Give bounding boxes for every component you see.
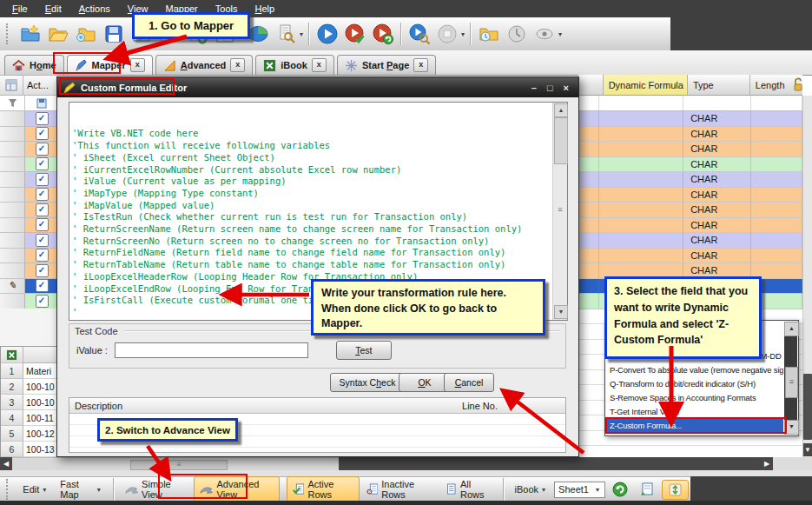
type-cell[interactable]: CHAR <box>683 127 751 143</box>
active-checkbox[interactable]: ✓ <box>36 218 49 231</box>
excel-row-number[interactable]: 5 <box>1 426 23 442</box>
type-cell[interactable]: CHAR <box>683 249 751 264</box>
length-cell[interactable] <box>751 127 802 143</box>
row-header-cell[interactable]: ✎ <box>0 279 25 295</box>
edit-menu-button[interactable]: Edit▾ <box>17 482 53 496</box>
grid-row[interactable]: ✓ <box>0 203 58 218</box>
active-checkbox[interactable]: ✓ <box>36 279 49 292</box>
dynamic-formula-cell[interactable] <box>599 203 683 218</box>
excel-row[interactable]: 1 Materi <box>1 363 63 379</box>
excel-row[interactable]: 5 100-12 <box>1 426 63 442</box>
minimize-icon[interactable]: – <box>531 83 537 93</box>
stop-caret-icon[interactable]: ▾ <box>461 30 465 38</box>
excel-row[interactable]: 4 100-11 <box>1 410 63 426</box>
grid-row[interactable]: ✓ <box>0 127 58 143</box>
column-header-partial[interactable] <box>578 75 604 96</box>
save-icon[interactable] <box>100 20 128 48</box>
table-filter-row[interactable] <box>578 96 802 111</box>
length-cell[interactable] <box>751 142 802 157</box>
dynamic-formula-cell[interactable] <box>599 127 683 143</box>
tab-mapper[interactable]: Mapper x <box>67 55 153 75</box>
dropdown-scrollbar[interactable]: ▲ ≡ ▼ <box>784 322 797 435</box>
code-vertical-scrollbar[interactable]: ▲ ≡ ▼ <box>552 103 567 320</box>
ibook-menu-button[interactable]: iBook▾ <box>510 482 553 496</box>
row-header-cell[interactable] <box>0 157 25 173</box>
type-cell[interactable]: CHAR <box>683 142 751 157</box>
table-row[interactable]: CHAR <box>578 203 802 218</box>
active-cell[interactable]: ✓ <box>25 279 58 295</box>
excel-row[interactable]: 2 100-10 <box>1 379 63 395</box>
active-checkbox[interactable]: ✓ <box>36 157 49 170</box>
row-header-cell[interactable] <box>0 111 25 127</box>
row-header-cell[interactable] <box>0 188 25 203</box>
active-cell[interactable]: ✓ <box>25 249 58 264</box>
run-icon[interactable] <box>314 20 341 48</box>
grid-row[interactable]: ✓ <box>0 142 58 157</box>
active-checkbox[interactable]: ✓ <box>36 173 49 186</box>
document-search-icon[interactable] <box>272 20 300 48</box>
excel-row[interactable]: 3 100-10 <box>1 395 63 410</box>
excel-corner-header[interactable] <box>1 347 23 363</box>
menu-item[interactable]: Help <box>246 1 283 17</box>
export-window-button[interactable] <box>635 481 660 499</box>
active-cell[interactable]: ✓ <box>25 294 58 309</box>
excel-row-number[interactable]: 2 <box>1 379 23 395</box>
excel-row-number[interactable]: 1 <box>1 363 23 379</box>
table-row[interactable]: CHAR <box>578 233 802 249</box>
scroll-down-icon[interactable]: ▼ <box>554 305 568 319</box>
type-cell[interactable]: CHAR <box>683 233 751 249</box>
length-cell[interactable] <box>751 157 802 173</box>
menu-item[interactable]: File <box>3 1 36 17</box>
dynamic-formula-cell[interactable] <box>599 142 683 157</box>
active-checkbox[interactable]: ✓ <box>36 295 49 308</box>
type-cell[interactable]: CHAR <box>683 203 751 218</box>
excel-row-number[interactable]: 3 <box>1 395 23 410</box>
history-clock-icon[interactable] <box>503 20 531 48</box>
scrollbar-thumb[interactable]: ≡ <box>785 367 798 398</box>
grid-row[interactable]: ✓ <box>0 294 58 309</box>
dynamic-formula-cell[interactable] <box>599 249 683 264</box>
row-header-cell[interactable] <box>0 218 25 234</box>
tab-start-page-close-icon[interactable]: x <box>413 58 428 72</box>
length-cell[interactable] <box>751 111 802 127</box>
table-row[interactable]: CHAR <box>578 172 802 188</box>
table-row[interactable]: CHAR <box>578 188 802 203</box>
row-header-cell[interactable] <box>0 233 25 249</box>
scroll-down-icon[interactable]: ▼ <box>784 420 799 435</box>
filter-cell-active[interactable] <box>25 96 58 110</box>
active-checkbox[interactable]: ✓ <box>36 203 49 216</box>
tab-ibook-close-icon[interactable]: x <box>312 58 327 72</box>
menu-item[interactable]: Edit <box>36 1 70 17</box>
column-header-active[interactable]: Act... <box>23 75 58 96</box>
dynamic-formula-cell[interactable] <box>599 157 683 173</box>
eye-caret-icon[interactable]: ▾ <box>558 30 562 38</box>
scroll-down-icon[interactable]: ▼ <box>803 443 812 456</box>
menu-item[interactable]: Actions <box>70 1 119 17</box>
grid-row[interactable]: ✓ <box>0 157 58 173</box>
tab-advanced[interactable]: Advanced x <box>155 55 254 75</box>
active-checkbox[interactable]: ✓ <box>36 249 49 262</box>
dynamic-formula-cell[interactable] <box>599 218 683 234</box>
scroll-left-icon[interactable]: ◀ <box>0 457 12 470</box>
table-row[interactable]: CHAR <box>578 157 802 173</box>
cancel-button[interactable]: Cancel <box>444 373 494 392</box>
ivalue-input[interactable] <box>115 342 308 358</box>
stop-icon[interactable] <box>433 20 461 48</box>
type-cell[interactable]: CHAR <box>683 218 751 234</box>
simple-view-button[interactable]: Simple View <box>120 477 192 502</box>
tab-ibook[interactable]: iBook x <box>255 55 334 75</box>
dropdown-item[interactable]: T-Get Internal Value <box>606 405 783 419</box>
hscrollbar-thumb-dark[interactable] <box>339 457 761 470</box>
dialog-title-bar[interactable]: Custom Formula Editor – □ × <box>57 77 578 97</box>
type-cell[interactable]: CHAR <box>683 172 751 188</box>
length-cell[interactable] <box>751 172 802 188</box>
active-cell[interactable]: ✓ <box>25 218 58 234</box>
table-vertical-scrollbar[interactable]: ▼ <box>802 96 812 457</box>
length-cell[interactable] <box>751 188 802 203</box>
filter-row-header[interactable] <box>0 96 25 110</box>
active-rows-button[interactable]: Active Rows <box>287 476 360 502</box>
folder-refresh-icon[interactable] <box>72 20 100 48</box>
table-row[interactable]: CHAR <box>578 142 802 157</box>
active-cell[interactable]: ✓ <box>25 203 58 218</box>
folder-history-icon[interactable] <box>475 20 503 48</box>
